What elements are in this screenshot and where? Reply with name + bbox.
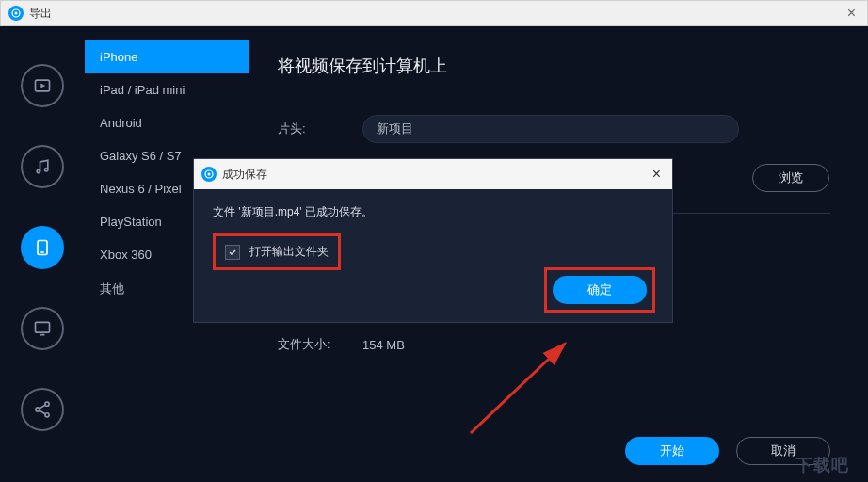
browse-button[interactable]: 浏览 (752, 164, 829, 192)
file-size-label: 文件大小: (278, 336, 362, 353)
sidebar-monitor-icon[interactable] (21, 307, 64, 350)
modal-header: 成功保存 × (194, 159, 672, 189)
app-icon (8, 6, 24, 21)
device-item-android[interactable]: Android (85, 106, 249, 139)
row-file-size: 文件大小: 154 MB (278, 336, 830, 353)
svg-point-1 (15, 12, 18, 15)
modal-title: 成功保存 (222, 167, 267, 183)
svg-marker-3 (40, 84, 45, 88)
window-titlebar: 导出 × (0, 0, 868, 26)
window-title: 导出 (29, 6, 52, 22)
svg-rect-8 (36, 322, 50, 332)
checkbox-label: 打开输出文件夹 (249, 244, 329, 260)
window-close-icon[interactable]: × (844, 5, 860, 22)
row-title: 片头: 新项目 (278, 115, 830, 143)
svg-line-14 (40, 410, 46, 414)
modal-app-icon (201, 167, 217, 182)
start-button[interactable]: 开始 (625, 437, 719, 465)
watermark: 下载吧 (796, 454, 849, 476)
file-size-value: 154 MB (362, 338, 405, 352)
device-item-iphone[interactable]: iPhone (85, 40, 249, 73)
page-title: 将视频保存到计算机上 (278, 55, 830, 77)
svg-point-4 (37, 169, 40, 172)
svg-line-13 (40, 405, 46, 409)
sidebar-device-icon[interactable] (21, 226, 64, 269)
success-modal: 成功保存 × 文件 '新项目.mp4' 已成功保存。 打开输出文件夹 确定 (193, 158, 673, 323)
modal-close-icon[interactable]: × (649, 166, 665, 183)
sidebar-music-icon[interactable] (21, 145, 64, 188)
sidebar-icons (0, 26, 85, 482)
open-folder-checkbox[interactable] (225, 245, 240, 260)
title-label: 片头: (278, 120, 362, 137)
sidebar-video-icon[interactable] (21, 64, 64, 107)
svg-point-16 (208, 173, 211, 176)
sidebar-share-icon[interactable] (21, 388, 64, 431)
svg-point-5 (45, 169, 48, 171)
modal-ok-button[interactable]: 确定 (553, 276, 647, 304)
title-input[interactable]: 新项目 (362, 115, 739, 143)
device-item-ipad[interactable]: iPad / iPad mini (85, 73, 249, 106)
checkbox-row-highlight: 打开输出文件夹 (213, 233, 341, 270)
modal-message: 文件 '新项目.mp4' 已成功保存。 (213, 204, 653, 220)
modal-footer-highlight: 确定 (544, 267, 655, 313)
